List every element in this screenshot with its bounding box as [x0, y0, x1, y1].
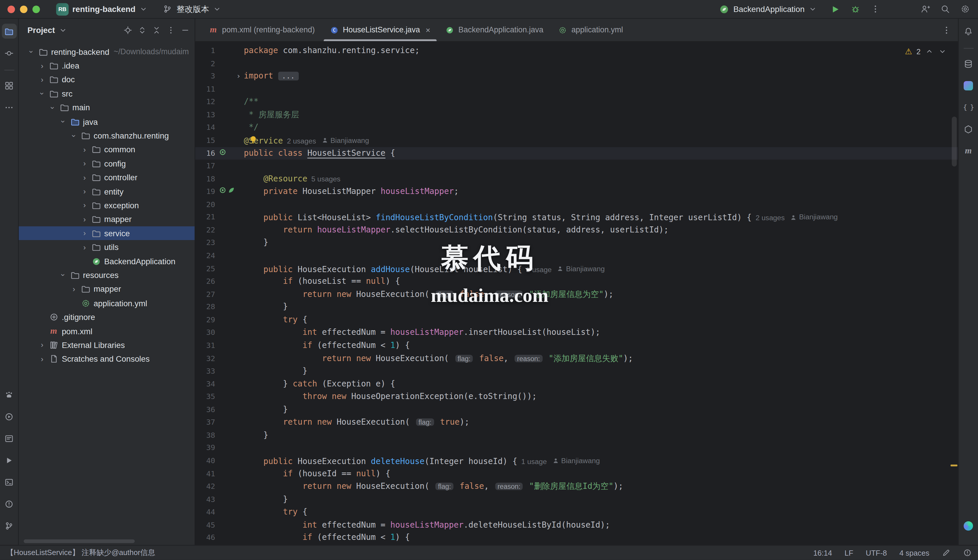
chevron-collapsed-icon[interactable]: › [79, 201, 90, 210]
gutter[interactable]: 16 [195, 147, 244, 160]
gutter[interactable]: 2 [195, 57, 244, 70]
terminal-icon[interactable] [2, 475, 16, 489]
folded-imports-chip[interactable]: ... [278, 72, 299, 80]
chevron-collapsed-icon[interactable]: › [37, 62, 47, 70]
parameter-hint[interactable]: flag: [436, 483, 454, 490]
line-number[interactable]: 14 [195, 121, 215, 134]
search-everywhere-button[interactable] [939, 3, 950, 15]
intention-bulb-icon[interactable] [249, 135, 258, 148]
warning-stripe-mark[interactable] [951, 465, 958, 467]
tree-item-idea[interactable]: ›.idea [19, 59, 195, 73]
gutter[interactable]: 35 [195, 390, 244, 403]
minimize-window-button[interactable] [20, 5, 27, 13]
gutter[interactable]: 31 [195, 339, 244, 352]
line-number[interactable]: 22 [195, 224, 215, 237]
gutter[interactable]: 30 [195, 327, 244, 339]
gutter[interactable]: 20 [195, 198, 244, 211]
tree-item-backendapplication[interactable]: BackendApplication [19, 254, 195, 268]
run-configuration-widget[interactable]: BackendApplication [714, 2, 821, 16]
tree-item-service[interactable]: ›service [19, 226, 195, 240]
fold-arrow-icon[interactable]: › [236, 70, 241, 83]
project-widget[interactable]: RB renting-backend [53, 2, 152, 16]
gutter[interactable]: 44 [195, 506, 244, 518]
line-number[interactable]: 35 [195, 390, 215, 403]
tree-item-exception[interactable]: ›exception [19, 198, 195, 212]
chevron-collapsed-icon[interactable]: › [79, 145, 90, 154]
tree-item-common[interactable]: ›common [19, 143, 195, 157]
chevron-collapsed-icon[interactable]: › [68, 285, 79, 294]
tree-item-mapper[interactable]: ›mapper [19, 212, 195, 226]
notifications-icon[interactable] [961, 23, 976, 38]
usages-hint[interactable]: 1 usage [517, 458, 547, 465]
chevron-expanded-icon[interactable]: › [48, 102, 57, 113]
line-number[interactable]: 2 [195, 57, 215, 70]
git-branch-icon[interactable] [2, 518, 16, 533]
gutter[interactable]: 36 [195, 403, 244, 416]
indent-style[interactable]: 4 spaces [900, 548, 930, 557]
gutter[interactable]: 40 [195, 454, 244, 467]
parameter-hint[interactable]: flag: [455, 354, 473, 362]
cursor-position[interactable]: 16:14 [813, 548, 832, 557]
chevron-expanded-icon[interactable]: › [59, 117, 68, 127]
spring-leaf-icon[interactable] [228, 185, 235, 198]
readonly-toggle[interactable] [942, 548, 951, 557]
gutter[interactable]: 22 [195, 224, 244, 237]
chevron-down-icon[interactable] [58, 26, 67, 35]
zoom-window-button[interactable] [32, 5, 40, 13]
tree-item-doc[interactable]: ›doc [19, 73, 195, 87]
gutter[interactable]: 14 [195, 121, 244, 134]
chevron-expanded-icon[interactable]: › [69, 130, 78, 141]
debug-button[interactable] [849, 3, 861, 15]
commit-icon[interactable] [2, 45, 16, 60]
tree-item-resources[interactable]: ›resources [19, 268, 195, 282]
maven-icon[interactable]: m [961, 143, 976, 158]
line-number[interactable]: 3 [195, 70, 215, 83]
chevron-expanded-icon[interactable]: › [27, 47, 36, 57]
gutter[interactable]: 39 [195, 442, 244, 454]
tree-item-pom-xml[interactable]: mpom.xml [19, 324, 195, 338]
gutter[interactable]: 25 [195, 262, 244, 275]
ai-chat-icon[interactable] [961, 518, 976, 533]
line-number[interactable]: 30 [195, 327, 215, 339]
tree-item-scratches-and-consoles[interactable]: ›Scratches and Consoles [19, 352, 195, 366]
gutter[interactable]: 37 [195, 416, 244, 429]
parameter-hint[interactable]: reason: [495, 483, 523, 490]
line-number[interactable]: 42 [195, 480, 215, 493]
line-number[interactable]: 26 [195, 275, 215, 288]
inspections-widget[interactable]: ⚠ 2 [905, 47, 947, 56]
next-warning-button[interactable] [938, 47, 947, 56]
line-number[interactable]: 21 [195, 211, 215, 224]
usages-hint[interactable]: 2 usages [752, 214, 784, 222]
database-icon[interactable] [961, 56, 976, 71]
vcs-branch-widget[interactable]: 整改版本 [158, 2, 225, 16]
tree-item-application-yml[interactable]: application.yml [19, 296, 195, 310]
paw-icon[interactable] [2, 387, 16, 402]
line-number[interactable]: 12 [195, 96, 215, 108]
usages-hint[interactable]: 5 usages [307, 175, 340, 183]
tree-item-controller[interactable]: ›controller [19, 171, 195, 185]
line-number[interactable]: 43 [195, 493, 215, 506]
close-tab-icon[interactable]: × [426, 25, 431, 35]
select-opened-file-button[interactable] [124, 26, 132, 35]
tree-item-com-shanzhu-renting[interactable]: ›com.shanzhu.renting [19, 128, 195, 143]
tree-item-gitignore[interactable]: .gitignore [19, 310, 195, 324]
gutter[interactable]: 29 [195, 313, 244, 327]
gutter[interactable]: 38 [195, 429, 244, 442]
hide-panel-button[interactable] [181, 26, 190, 35]
line-number[interactable]: 25 [195, 262, 215, 275]
line-number[interactable]: 45 [195, 518, 215, 532]
gutter[interactable]: 11 [195, 83, 244, 96]
ai-assistant-icon[interactable] [961, 78, 976, 93]
chevron-collapsed-icon[interactable]: › [79, 187, 90, 196]
collapse-all-button[interactable] [152, 26, 161, 35]
structure-icon[interactable] [2, 78, 16, 93]
line-number[interactable]: 20 [195, 198, 215, 211]
line-number[interactable]: 41 [195, 467, 215, 480]
code-editor[interactable]: 1package com.shanzhu.renting.service;23›… [195, 42, 958, 545]
line-number[interactable]: 44 [195, 506, 215, 518]
gutter[interactable]: 23 [195, 237, 244, 249]
code-with-me-button[interactable] [920, 3, 930, 15]
chevron-collapsed-icon[interactable]: › [79, 159, 90, 168]
parameter-hint[interactable]: reason: [495, 290, 523, 298]
panel-options-button[interactable] [167, 26, 175, 35]
